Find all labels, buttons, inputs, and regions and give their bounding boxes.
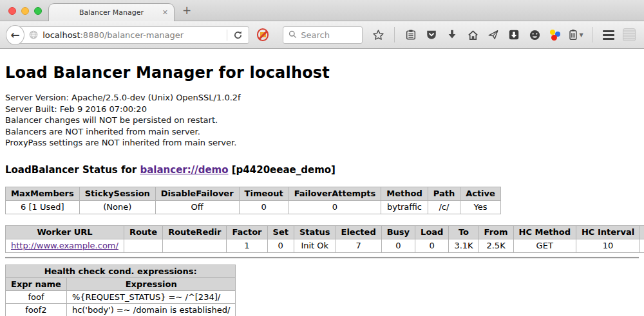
toolbar-separator <box>394 27 395 42</box>
balancer-table-cell: 0 <box>239 200 289 214</box>
expr-name-cell: foof2 <box>6 303 67 316</box>
expression-cell: %{REQUEST_STATUS} =~ /^[234]/ <box>66 290 236 303</box>
send-tab-icon[interactable] <box>484 26 502 43</box>
page-tiles-icon[interactable] <box>620 26 638 43</box>
home-icon[interactable] <box>464 26 482 43</box>
worker-url-link[interactable]: http://www.example.com/ <box>11 241 118 250</box>
worker-table-header-cell: RouteRedir <box>163 225 227 239</box>
balancer-table-header-cell: FailoverAttempts <box>289 187 381 200</box>
server-info: Server Version: Apache/2.5.0-dev (Unix) … <box>5 92 639 149</box>
page-title: Load Balancer Manager for localhost <box>5 49 639 92</box>
search-icon <box>289 29 297 41</box>
server-info-line: Balancers are NOT inherited from main se… <box>5 126 639 138</box>
toolbar-separator <box>592 27 592 42</box>
balancer-table-header-cell: Timeout <box>239 187 289 200</box>
worker-table-cell: 0 <box>415 239 449 252</box>
downloads-icon[interactable] <box>443 26 461 43</box>
navigation-toolbar: ← localhost:8880/balancer-manager <box>0 21 644 49</box>
new-tab-button[interactable]: + <box>182 4 191 17</box>
pocket-icon[interactable] <box>422 26 440 43</box>
balancer-table-header-cell: Method <box>381 187 428 200</box>
toolbar-icons: ▼ <box>369 26 638 43</box>
worker-table-cell: GET <box>513 239 576 252</box>
tab-bar: Balancer Manager ✕ + <box>0 0 644 21</box>
health-table-title-row: Health check cond. expressions: <box>6 265 236 277</box>
worker-table-header-cell: Status <box>294 225 336 239</box>
bookmarks-panel-icon[interactable] <box>402 26 420 43</box>
balancer-table-cell: Off <box>155 200 239 214</box>
worker-table: Worker URLRouteRouteRedirFactorSetStatus… <box>5 225 644 253</box>
worker-table-cell: 0 <box>381 239 415 252</box>
bookmark-star-icon[interactable] <box>369 26 387 43</box>
expr-name-cell: foof <box>6 290 67 303</box>
balancer-table-cell: (None) <box>79 200 155 214</box>
balancer-table-cell: bytraffic <box>381 200 428 214</box>
worker-table-cell: 2.5K <box>478 239 513 252</box>
server-info-line: ProxyPass settings are NOT inherited fro… <box>5 137 639 149</box>
minimize-window-button[interactable] <box>21 7 29 15</box>
worker-url-cell: http://www.example.com/ <box>6 239 124 252</box>
worker-table-cell: 10 <box>576 239 639 252</box>
browser-tab[interactable]: Balancer Manager ✕ <box>48 3 175 21</box>
worker-table-header-cell: Load <box>415 225 449 239</box>
divider <box>5 257 639 258</box>
worker-table-data-row: http://www.example.com/10Init Ok7003.1K2… <box>6 239 644 252</box>
balancer-table-header-cell: StickySession <box>79 187 155 200</box>
menu-hamburger-icon[interactable] <box>600 26 618 43</box>
balancer-table-cell: /c/ <box>428 200 460 214</box>
health-table-data-row: foof2hc('body') =~ /domain is establishe… <box>6 303 236 316</box>
balancer-status-heading: LoadBalancer Status for balancer://demo … <box>5 164 639 176</box>
back-button[interactable]: ← <box>6 25 24 45</box>
worker-table-header-cell: Passes <box>640 225 644 239</box>
search-input[interactable] <box>301 30 355 40</box>
worker-table-cell: 7 <box>336 239 381 252</box>
balancer-table-header-row: MaxMembersStickySessionDisableFailoverTi… <box>6 187 501 200</box>
health-table-header-row: Expr nameExpression <box>6 277 236 290</box>
worker-table-header-cell: From <box>478 225 513 239</box>
balancer-heading-suffix: [p4420eeae_demo] <box>229 164 336 176</box>
balancer-table-cell: 6 [1 Used] <box>6 200 80 214</box>
health-table-header-cell: Expr name <box>6 277 67 290</box>
health-table-title: Health check cond. expressions: <box>6 265 236 277</box>
feedback-smiley-icon[interactable] <box>526 26 544 43</box>
url-path: :8880/balancer-manager <box>80 30 184 40</box>
reload-button[interactable] <box>227 30 249 40</box>
video-download-helper-icon[interactable] <box>505 26 523 43</box>
tab-close-icon[interactable]: ✕ <box>162 8 168 17</box>
balancer-table-header-cell: Path <box>428 187 460 200</box>
worker-table-header-cell: HC Interval <box>576 225 639 239</box>
balancer-link[interactable]: balancer://demo <box>140 164 228 176</box>
server-info-line: Server Built: Feb 9 2016 07:00:20 <box>5 104 639 115</box>
url-text[interactable]: localhost:8880/balancer-manager <box>43 30 226 40</box>
worker-table-cell: 1 (0) <box>640 239 644 252</box>
tab-title: Balancer Manager <box>79 8 144 17</box>
url-bar[interactable]: localhost:8880/balancer-manager <box>14 26 249 44</box>
balancer-table-data-row: 6 [1 Used](None)Off00bytraffic/c/Yes <box>6 200 501 214</box>
worker-table-cell: 1 <box>227 239 267 252</box>
worker-table-cell: 0 <box>267 239 294 252</box>
balancer-table-header-cell: MaxMembers <box>6 187 80 200</box>
worker-table-header-cell: Worker URL <box>6 225 124 239</box>
worker-table-header-cell: Busy <box>381 225 415 239</box>
health-table-data-row: foof%{REQUEST_STATUS} =~ /^[234]/ <box>6 290 236 303</box>
chevron-down-icon: ▼ <box>579 32 583 38</box>
plugin-blocked-icon[interactable] <box>257 28 269 41</box>
container-extension-icon[interactable]: ▼ <box>567 26 585 43</box>
health-check-table: Health check cond. expressions: Expr nam… <box>5 265 236 316</box>
worker-table-cell <box>124 239 162 252</box>
balancer-settings-table: MaxMembersStickySessionDisableFailoverTi… <box>5 187 501 214</box>
window-controls <box>8 7 42 15</box>
worker-table-cell: 3.1K <box>449 239 478 252</box>
close-window-button[interactable] <box>8 7 16 15</box>
balancer-table-cell: Yes <box>460 200 501 214</box>
worker-table-cell: Init Ok <box>294 239 336 252</box>
zoom-window-button[interactable] <box>34 7 42 15</box>
worker-table-header-cell: Elected <box>336 225 381 239</box>
worker-table-header-cell: To <box>449 225 478 239</box>
health-table-header-cell: Expression <box>66 277 236 290</box>
colored-dots-extension-icon[interactable] <box>546 26 564 43</box>
server-info-line: Server Version: Apache/2.5.0-dev (Unix) … <box>5 92 639 104</box>
search-box[interactable] <box>283 26 363 44</box>
back-arrow-icon: ← <box>10 28 19 41</box>
url-domain: localhost <box>43 30 80 40</box>
